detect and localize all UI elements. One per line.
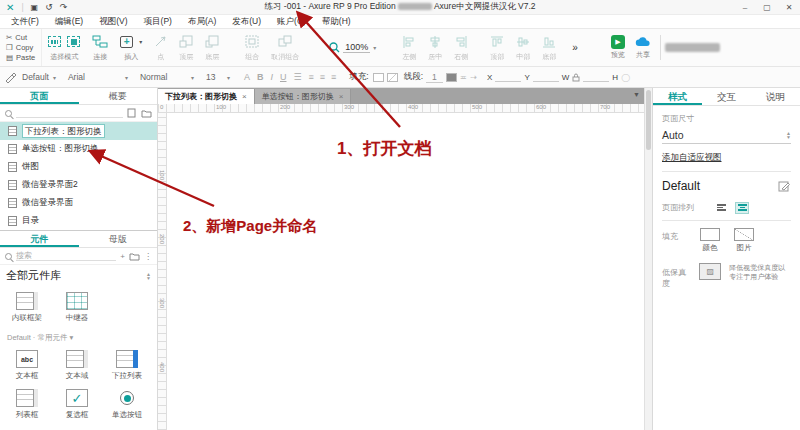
text-align-center-icon[interactable]: ≡ [320,72,324,82]
tab-notes[interactable]: 说明 [751,88,800,105]
fill-pattern-swatch[interactable] [387,73,398,82]
align-center[interactable]: 居中 [422,29,448,66]
menu-view[interactable]: 视图(V) [92,16,134,28]
widget-checkbox[interactable]: ✓ 复选框 [52,385,102,424]
x-input[interactable] [495,73,521,82]
pages-search-input[interactable] [16,108,123,118]
font-family-dropdown[interactable]: Arial▾ [62,72,134,82]
close-tab-icon[interactable]: × [339,92,344,101]
close-button[interactable]: ✕ [778,3,800,12]
text-align-right-icon[interactable]: ≡ [331,72,335,82]
page-rename-input[interactable]: 下拉列表：图形切换 [22,124,105,138]
page-align-center-icon[interactable] [736,203,748,213]
page-item[interactable]: 微信登录界面 [0,194,157,212]
contain-select-icon[interactable] [67,36,80,47]
font-color-button[interactable]: A [244,72,250,82]
widgets-search-input[interactable]: 搜索 [16,251,116,261]
menu-edit[interactable]: 编辑(E) [48,16,90,28]
canvas-vertical-scrollbar[interactable] [644,88,652,430]
account-name-blurred[interactable] [665,43,720,52]
paste-button[interactable]: ▤Paste [6,53,35,62]
align-bottom[interactable]: 底部 [536,29,562,66]
design-canvas[interactable]: 1、打开文档 2、新增Page并命名 [167,113,644,430]
bring-to-front[interactable]: 顶层 [173,29,199,66]
intersect-select-icon[interactable] [48,36,61,47]
arrow-style-icon[interactable]: ⇢ [470,72,477,82]
align-left[interactable]: 左侧 [396,29,422,66]
tab-list-chevron-icon[interactable]: ▼ [633,91,640,98]
underline-button[interactable]: U [280,72,287,82]
connect-group[interactable]: 连接 [86,29,114,66]
tab-masters[interactable]: 母版 [79,231,158,247]
chevron-down-icon[interactable]: ▾ [373,44,376,51]
page-item[interactable]: 单选按钮：图形切换 [0,140,157,158]
widget-droplist[interactable]: 下拉列表 [102,346,152,385]
menu-account[interactable]: 账户(C) [270,16,313,28]
tab-outline[interactable]: 概要 [79,88,158,104]
align-top[interactable]: 顶部 [484,29,510,66]
maximize-button[interactable]: ▢ [756,3,778,12]
widget-inline-frame[interactable]: 内联框架 [2,288,52,327]
align-right[interactable]: 右侧 [448,29,474,66]
chevron-down-icon[interactable]: ▾ [139,38,142,45]
select-mode-group[interactable]: 选择模式 [42,29,86,66]
add-folder-icon[interactable] [141,109,152,118]
page-item-selected[interactable]: 下拉列表：图形切换 [0,122,157,140]
canvas-tab-active[interactable]: 下拉列表：图形切换 × [158,89,255,104]
add-adaptive-views-link[interactable]: 添加自适应视图 [662,152,722,164]
line-color-swatch[interactable] [446,73,457,82]
page-size-dropdown[interactable]: Auto ▲▼ [662,127,791,144]
zoom-value[interactable]: 100% [343,42,370,53]
fill-image-option[interactable]: 图片 [734,228,754,253]
line-weight-value[interactable]: 1 [426,72,443,83]
share-button[interactable]: 共享 [630,29,656,66]
menu-publish[interactable]: 发布(U) [225,16,268,28]
w-input[interactable] [583,73,609,82]
italic-button[interactable]: I [270,72,273,82]
style-preset-dropdown[interactable]: Default▾ [16,72,62,82]
more-options-icon[interactable]: ⋮ [144,252,152,261]
widget-section-header[interactable]: Default · 常用元件 ▾ [0,329,157,344]
fill-color-swatch[interactable] [373,73,384,82]
widget-list-box[interactable]: 列表框 [2,385,52,424]
page-item[interactable]: 饼图 [0,158,157,176]
copy-button[interactable]: ❐Copy [6,43,35,52]
close-tab-icon[interactable]: × [242,92,247,101]
lock-ratio-icon[interactable] [572,73,580,82]
insert-group[interactable]: + ▾ 插入 [114,29,148,66]
widget-text-area[interactable]: 文本域 [52,346,102,385]
toolbar-overflow-button[interactable]: » [562,42,588,53]
tab-style[interactable]: 样式 [653,88,702,105]
library-selector[interactable]: 全部元件库 ▲▼ [0,265,157,286]
minimize-button[interactable]: – [734,3,756,12]
align-middle[interactable]: 中部 [510,29,536,66]
bullet-list-icon[interactable]: ☰ [293,72,301,82]
font-size-dropdown[interactable]: 13▾ [200,72,236,82]
widget-text-field[interactable]: abc 文本框 [2,346,52,385]
widget-repeater[interactable]: 中继器 [52,288,102,327]
zoom-control[interactable]: 100% ▾ [321,29,384,66]
page-item[interactable]: 微信登录界面2 [0,176,157,194]
library-folder-icon[interactable] [129,252,140,261]
menu-help[interactable]: 帮助(H) [315,16,358,28]
font-weight-dropdown[interactable]: Normal▾ [134,72,200,82]
group-button[interactable]: 组合 [239,29,265,66]
y-input[interactable] [533,73,559,82]
low-fidelity-image-icon[interactable]: ▨ [699,263,721,280]
send-to-back[interactable]: 底层 [199,29,225,66]
scrollbar-thumb[interactable] [646,90,651,150]
tab-interactions[interactable]: 交互 [702,88,751,105]
page-item[interactable]: 目录 [0,212,157,230]
ungroup-button[interactable]: 取消组合 [265,29,305,66]
point-tool[interactable]: 点 [148,29,173,66]
edit-style-icon[interactable] [778,181,791,192]
fill-color-option[interactable]: 颜色 [700,228,720,253]
bold-button[interactable]: B [257,72,264,82]
page-align-left-icon[interactable] [716,203,728,213]
menu-project[interactable]: 项目(P) [137,16,179,28]
tab-widgets[interactable]: 元件 [0,231,79,247]
text-align-left-icon[interactable]: ≡ [309,72,313,82]
widget-radio-button[interactable]: 单选按钮 [102,385,152,424]
preview-button[interactable]: ▶ 预览 [606,29,630,66]
add-page-icon[interactable] [127,108,137,118]
